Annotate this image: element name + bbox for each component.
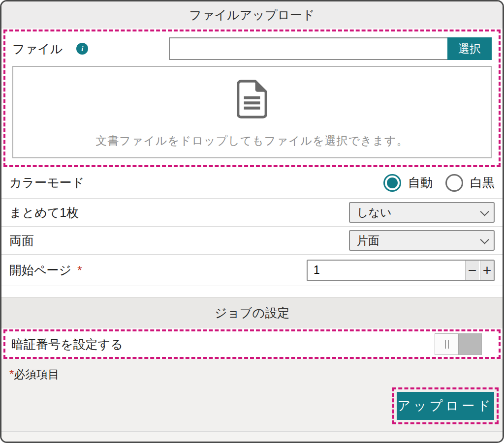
pin-toggle-label: 暗証番号を設定する: [11, 336, 123, 353]
required-note: *必須項目: [9, 367, 495, 382]
duplex-row: 両面 片面: [1, 227, 503, 255]
radio-option-bw[interactable]: 白黒: [445, 174, 495, 192]
start-page-input[interactable]: [308, 261, 465, 280]
page-title: ファイルアップロード: [189, 7, 315, 23]
info-icon[interactable]: i: [76, 43, 88, 55]
combine-label: まとめて1枚: [9, 205, 79, 221]
job-settings-title: ジョブの設定: [215, 305, 289, 321]
pin-toggle-row: 暗証番号を設定する: [3, 329, 501, 359]
color-mode-label: カラーモード: [9, 175, 84, 191]
file-name-input[interactable]: [169, 37, 447, 60]
file-input-group: 選択: [169, 37, 492, 60]
duplex-label: 両面: [9, 233, 34, 249]
required-asterisk: *: [9, 367, 14, 381]
footer: *必須項目 アップロード: [1, 359, 503, 431]
file-label: ファイル: [12, 41, 63, 57]
toggle-track: [459, 334, 481, 354]
titlebar: ファイルアップロード: [1, 1, 503, 29]
upload-button-highlight: アップロード: [392, 387, 499, 424]
radio-selected-icon[interactable]: [383, 174, 401, 192]
start-page-label: 開始ページ *: [9, 262, 82, 278]
color-mode-row: カラーモード 自動 白黒: [1, 167, 503, 199]
toggle-grip-icon: [445, 340, 446, 349]
chevron-down-icon: [480, 235, 489, 244]
chevron-down-icon: [480, 207, 489, 216]
toggle-knob[interactable]: [435, 334, 459, 354]
decrement-button[interactable]: −: [465, 261, 479, 280]
duplex-select[interactable]: 片面: [349, 230, 495, 251]
duplex-select-value: 片面: [357, 233, 379, 248]
required-asterisk: *: [77, 264, 82, 277]
toggle-grip-icon: [448, 340, 449, 349]
start-page-row: 開始ページ * − +: [1, 255, 503, 286]
start-page-stepper: − +: [307, 260, 495, 281]
document-icon: [233, 76, 271, 123]
dropzone-hint-text: 文書ファイルをドロップしてもファイルを選択できます。: [95, 133, 408, 148]
combine-select-value: しない: [357, 205, 392, 220]
radio-unselected-icon[interactable]: [445, 174, 463, 192]
start-page-label-text: 開始ページ: [9, 262, 71, 278]
required-note-text: 必須項目: [14, 368, 59, 381]
combine-row: まとめて1枚 しない: [1, 199, 503, 227]
file-row: ファイル i 選択: [5, 34, 499, 62]
radio-option-auto[interactable]: 自動: [383, 174, 433, 192]
increment-button[interactable]: +: [480, 261, 494, 280]
combine-select[interactable]: しない: [349, 202, 495, 223]
file-select-button[interactable]: 選択: [447, 37, 492, 60]
file-dropzone[interactable]: 文書ファイルをドロップしてもファイルを選択できます。: [12, 66, 492, 158]
radio-auto-label: 自動: [408, 175, 433, 191]
file-upload-window: ファイルアップロード ファイル i 選択 文書ファイルをドロップしてもファイ: [0, 0, 504, 443]
radio-bw-label: 白黒: [470, 175, 495, 191]
option-rows: カラーモード 自動 白黒 まとめて1枚 しない 両面 片: [1, 167, 503, 286]
job-settings-header: ジョブの設定: [1, 297, 503, 328]
upload-button[interactable]: アップロード: [397, 392, 494, 420]
file-upload-section: ファイル i 選択 文書ファイルをドロップしてもファイルを選択できます。: [3, 30, 501, 167]
bottom-strip: [1, 431, 503, 442]
pin-toggle-switch[interactable]: [435, 333, 482, 355]
color-mode-radio-group: 自動 白黒: [383, 174, 495, 192]
